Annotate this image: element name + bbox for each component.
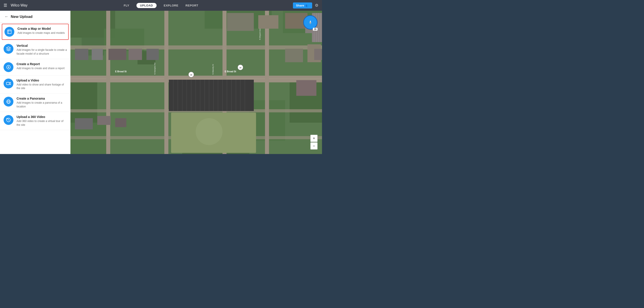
- sidebar-item-map-model[interactable]: Create a Map or Model Add images to crea…: [2, 24, 69, 40]
- svg-text:N Waverly St: N Waverly St: [212, 64, 214, 75]
- svg-rect-52: [227, 13, 254, 31]
- zoom-out-button[interactable]: −: [310, 142, 318, 150]
- nav-center: FLY UPLOAD EXPLORE REPORT: [124, 3, 198, 8]
- nav-upload[interactable]: UPLOAD: [136, 3, 156, 8]
- map-model-title: Create a Map or Model: [18, 27, 66, 31]
- svg-rect-25: [265, 11, 269, 154]
- hamburger-menu[interactable]: ☰: [4, 3, 7, 8]
- sidebar-header: ← New Upload: [0, 11, 70, 23]
- video-text: Upload a Video Add video to show and sha…: [16, 79, 67, 90]
- svg-rect-26: [70, 46, 322, 50]
- svg-rect-69: [115, 118, 126, 127]
- zoom-controls: + −: [310, 135, 318, 150]
- panorama-icon: [4, 97, 14, 107]
- svg-rect-68: [97, 116, 111, 125]
- compass-button[interactable]: [303, 15, 318, 30]
- sidebar-item-panorama[interactable]: Create a Panorama Add images to create a…: [0, 94, 70, 112]
- report-icon: [4, 62, 14, 72]
- svg-text:N Weyant Ave: N Weyant Ave: [259, 29, 261, 40]
- svg-rect-58: [296, 80, 316, 96]
- map-model-icon: [4, 27, 14, 37]
- svg-text:E Broad St: E Broad St: [115, 70, 127, 73]
- svg-text:16: 16: [190, 74, 192, 76]
- 360video-desc: Add 360 video to create a virtual tour o…: [16, 119, 67, 127]
- nav-fly[interactable]: FLY: [124, 4, 129, 7]
- vertical-title: Vertical: [16, 44, 67, 48]
- settings-icon[interactable]: ⚙: [315, 3, 318, 8]
- 360video-text: Upload a 360 Video Add 360 video to crea…: [16, 115, 67, 127]
- svg-text:16: 16: [240, 67, 242, 69]
- sidebar-item-video[interactable]: Upload a Video Add video to show and sha…: [0, 75, 70, 94]
- video-title: Upload a Video: [16, 79, 67, 82]
- svg-rect-23: [164, 11, 168, 154]
- nav-report[interactable]: REPORT: [186, 4, 198, 7]
- panorama-title: Create a Panorama: [16, 97, 67, 100]
- svg-text:E Broad St: E Broad St: [225, 70, 236, 73]
- sidebar-item-vertical[interactable]: Vertical Add images for a single facade …: [0, 41, 70, 59]
- nav-explore[interactable]: EXPLORE: [164, 4, 178, 7]
- panorama-desc: Add images to create a panorama of a loc…: [16, 101, 67, 109]
- svg-rect-47: [75, 49, 88, 60]
- vertical-text: Vertical Add images for a single facade …: [16, 44, 67, 56]
- report-text: Create a Report Add images to create and…: [16, 62, 67, 70]
- satellite-map: N Hampton Rd N Waverly St E Broad St E B…: [70, 11, 322, 154]
- panorama-text: Create a Panorama Add images to create a…: [16, 97, 67, 109]
- video-icon: [4, 79, 14, 88]
- svg-rect-53: [258, 15, 278, 29]
- top-navigation: ☰ Wilco Way FLY UPLOAD EXPLORE REPORT Sh…: [0, 0, 322, 11]
- vertical-icon: [4, 44, 14, 54]
- video-desc: Add video to show and share footage of t…: [16, 83, 67, 90]
- vertical-desc: Add images for a single facade to create…: [16, 48, 67, 56]
- main-layout: ← New Upload Create a Map or Model Add i…: [0, 11, 322, 154]
- sidebar-item-360video[interactable]: Upload a 360 Video Add 360 video to crea…: [0, 112, 70, 130]
- svg-rect-67: [75, 118, 93, 129]
- svg-rect-29: [169, 80, 254, 111]
- map-model-desc: Add images to create maps and models: [18, 31, 66, 35]
- svg-rect-0: [8, 30, 12, 34]
- map-area[interactable]: N Hampton Rd N Waverly St E Broad St E B…: [70, 11, 322, 154]
- zoom-in-button[interactable]: +: [310, 135, 318, 142]
- sidebar-title: New Upload: [11, 15, 32, 19]
- 360video-title: Upload a 360 Video: [16, 115, 67, 119]
- 360video-icon: [4, 115, 14, 125]
- back-button[interactable]: ←: [4, 14, 8, 19]
- svg-rect-3: [6, 82, 10, 85]
- map-model-text: Create a Map or Model Add images to crea…: [18, 27, 66, 35]
- svg-point-66: [196, 118, 222, 145]
- topnav-right: Share 👥 ⚙: [293, 3, 318, 9]
- svg-rect-49: [108, 49, 126, 60]
- report-title: Create a Report: [16, 62, 67, 66]
- sidebar: ← New Upload Create a Map or Model Add i…: [0, 11, 70, 154]
- sidebar-item-report[interactable]: Create a Report Add images to create and…: [0, 59, 70, 75]
- svg-rect-50: [128, 49, 142, 60]
- svg-rect-59: [314, 49, 322, 60]
- share-button[interactable]: Share 👥: [293, 3, 312, 9]
- share-label: Share: [296, 4, 304, 7]
- svg-text:N Hampton Rd: N Hampton Rd: [154, 63, 156, 75]
- svg-rect-56: [285, 49, 303, 62]
- share-icon: 👥: [306, 4, 309, 7]
- svg-rect-48: [92, 49, 103, 60]
- svg-rect-22: [106, 11, 110, 154]
- svg-rect-13: [70, 78, 97, 123]
- map-badge: 16: [313, 28, 318, 31]
- svg-point-2: [8, 67, 9, 68]
- report-desc: Add images to create and share a report: [16, 67, 67, 70]
- svg-rect-51: [146, 49, 159, 60]
